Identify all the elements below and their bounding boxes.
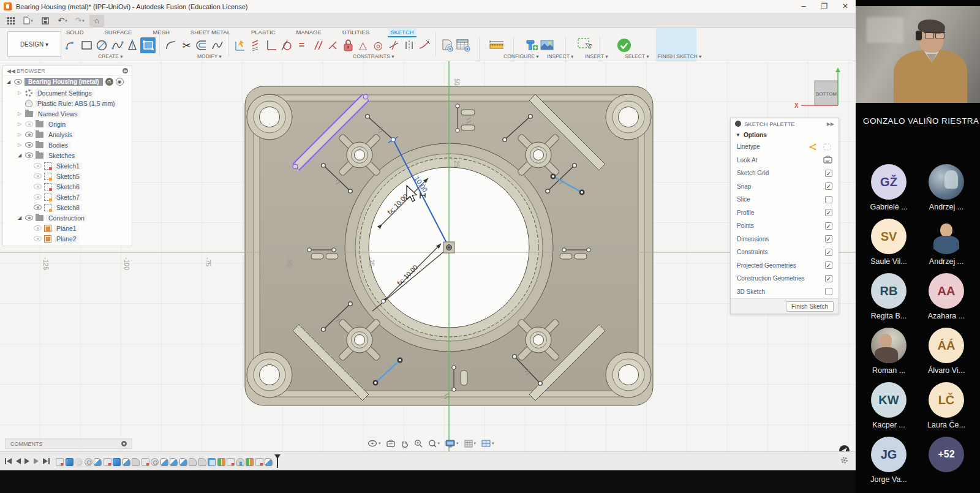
- palette-row-points[interactable]: Points✓: [731, 219, 839, 233]
- parallel-constraint-icon[interactable]: [309, 37, 325, 53]
- browser-item-named-views[interactable]: ▷ Named Views: [3, 108, 132, 119]
- timeline-feature-icon[interactable]: [66, 458, 74, 466]
- maximize-button[interactable]: ❐: [814, 0, 835, 13]
- view-cube[interactable]: BOTTOM X: [794, 67, 840, 109]
- group-create[interactable]: CREATE ▾: [98, 53, 123, 59]
- browser-item-plastic-rule[interactable]: Plastic Rule: ABS (1,5 mm): [3, 98, 132, 108]
- undo-icon[interactable]: ↶▾: [55, 15, 70, 27]
- visibility-eye-icon[interactable]: [25, 121, 33, 127]
- palette-row-snap[interactable]: Snap✓: [731, 180, 839, 194]
- comments-options-icon[interactable]: [121, 441, 127, 446]
- visibility-eye-icon[interactable]: [25, 152, 33, 158]
- participant-tile[interactable]: GŽ Gabrielė ...: [861, 164, 917, 211]
- home-view-icon[interactable]: ⌂: [89, 15, 104, 27]
- finish-sketch-icon[interactable]: [616, 37, 631, 53]
- play-icon[interactable]: [24, 458, 30, 464]
- circle-tool-icon[interactable]: [94, 37, 110, 53]
- collinear-constraint-icon[interactable]: [386, 37, 401, 53]
- rectangle-tool-icon[interactable]: [79, 37, 94, 53]
- checkbox[interactable]: [825, 288, 832, 295]
- visibility-eye-icon[interactable]: [14, 79, 22, 85]
- close-button[interactable]: ✕: [835, 0, 856, 13]
- participant-tile[interactable]: KW Kacper ...: [861, 382, 917, 429]
- comments-bar[interactable]: COMMENTS: [5, 438, 132, 449]
- checkbox[interactable]: ✓: [825, 209, 832, 216]
- midpoint-constraint-icon[interactable]: [325, 37, 340, 53]
- checkbox[interactable]: ✓: [825, 249, 832, 256]
- palette-row-dimensions[interactable]: Dimensions✓: [731, 233, 839, 246]
- browser-item-sketch6[interactable]: Sketch6: [3, 181, 132, 192]
- participant-tile[interactable]: SV Saulė Vil...: [861, 219, 917, 266]
- measure-icon[interactable]: [488, 37, 503, 53]
- timeline-feature-icon[interactable]: [151, 458, 159, 466]
- group-inspect[interactable]: INSPECT ▾: [547, 53, 573, 59]
- browser-collapse-icon[interactable]: ◀◀: [7, 68, 17, 74]
- visibility-eye-icon[interactable]: [25, 132, 33, 137]
- palette-row-constraints[interactable]: Constraints✓: [731, 246, 839, 259]
- equal-constraint-icon[interactable]: =: [294, 37, 309, 53]
- participant-tile[interactable]: LČ Laura Če...: [918, 382, 974, 429]
- group-insert[interactable]: INSERT ▾: [585, 53, 608, 59]
- checkbox[interactable]: [825, 196, 832, 203]
- minimize-button[interactable]: –: [793, 0, 814, 13]
- participant-tile[interactable]: JG Jorge Va...: [861, 437, 917, 484]
- sketch-origin-point[interactable]: [443, 242, 454, 253]
- workspace-selector[interactable]: DESIGN ▾: [7, 31, 61, 57]
- look-at-icon[interactable]: [823, 156, 832, 165]
- timeline-feature-icon[interactable]: [217, 458, 225, 466]
- participant-tile[interactable]: Roman ...: [861, 328, 917, 375]
- select-tool-icon[interactable]: [577, 37, 592, 53]
- timeline-feature-icon[interactable]: [75, 458, 83, 466]
- timeline-feature-icon[interactable]: [255, 458, 263, 466]
- tab-mesh[interactable]: MESH: [150, 28, 172, 36]
- group-finish-sketch[interactable]: FINISH SKETCH ▾: [658, 53, 701, 59]
- step-forward-icon[interactable]: [34, 458, 39, 464]
- viewports-icon[interactable]: ▾: [480, 438, 496, 448]
- insert-fastener-icon[interactable]: [524, 37, 539, 53]
- configuration-table-icon[interactable]: [455, 37, 470, 53]
- orbit-icon[interactable]: ▾: [366, 438, 383, 449]
- palette-row-construction-geometries[interactable]: Construction Geometries✓: [731, 272, 839, 285]
- file-menu-icon[interactable]: ▾: [21, 15, 36, 27]
- visibility-eye-icon[interactable]: [25, 215, 33, 220]
- offset-tool-icon[interactable]: [194, 37, 209, 53]
- checkbox[interactable]: ✓: [825, 262, 832, 269]
- browser-item-sketch5[interactable]: Sketch5: [3, 171, 132, 181]
- tangent-constraint-icon[interactable]: [279, 37, 294, 53]
- concentric-constraint-icon[interactable]: ◎: [371, 37, 386, 53]
- timeline-feature-icon[interactable]: [56, 458, 64, 466]
- timeline-feature-icon[interactable]: [170, 458, 178, 466]
- line-tool-icon[interactable]: [64, 37, 79, 53]
- timeline-feature-icon[interactable]: [141, 458, 149, 466]
- visibility-eye-icon[interactable]: [34, 194, 42, 200]
- participant-tile[interactable]: ÁÁ Álvaro Vi...: [918, 328, 974, 375]
- timeline-feature-icon[interactable]: [236, 458, 244, 466]
- hatch-constraint-icon[interactable]: [248, 37, 263, 53]
- visibility-eye-icon[interactable]: [34, 173, 42, 179]
- browser-root-row[interactable]: ◢ Bearing Housing (metal) G ◉: [3, 76, 132, 88]
- visibility-eye-icon[interactable]: [34, 163, 42, 168]
- visibility-eye-icon[interactable]: [34, 225, 42, 231]
- timeline-feature-icon[interactable]: [113, 458, 121, 466]
- visibility-eye-icon[interactable]: [34, 184, 42, 189]
- speaker-video[interactable]: [856, 6, 980, 103]
- curvature-constraint-icon[interactable]: [417, 37, 432, 53]
- configuration-icon[interactable]: [440, 37, 455, 53]
- display-settings-icon[interactable]: ▾: [443, 438, 461, 449]
- palette-row-projected-geometries[interactable]: Projected Geometries✓: [731, 259, 839, 273]
- checkbox[interactable]: ✓: [825, 183, 832, 190]
- perpendicular-constraint-icon[interactable]: [263, 37, 279, 53]
- participant-tile[interactable]: Andrzej ...: [918, 219, 974, 266]
- timeline-feature-icon[interactable]: [94, 458, 102, 466]
- fillet-tool-icon[interactable]: [164, 37, 179, 53]
- group-configure[interactable]: CONFIGURE ▾: [503, 53, 539, 59]
- go-to-end-icon[interactable]: [43, 458, 50, 464]
- browser-item-sketch1[interactable]: Sketch1: [3, 160, 132, 171]
- save-icon[interactable]: [38, 15, 53, 27]
- timeline-feature-icon[interactable]: [246, 458, 254, 466]
- palette-row-look-at[interactable]: Look At: [731, 154, 839, 167]
- redo-icon[interactable]: ↷▾: [72, 15, 87, 27]
- palette-row-profile[interactable]: Profile✓: [731, 206, 839, 220]
- visibility-eye-icon[interactable]: [25, 142, 33, 148]
- group-select[interactable]: SELECT ▾: [625, 53, 649, 59]
